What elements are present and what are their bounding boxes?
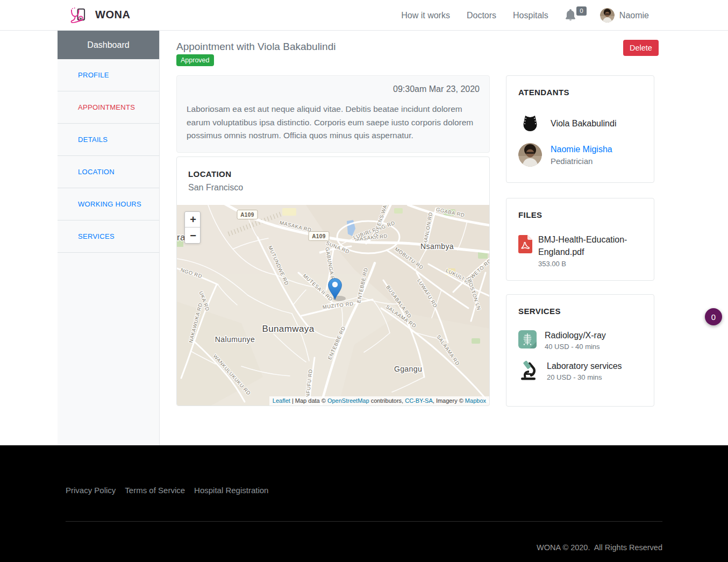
map-tiles: MASAKA RD MASAKA RD LUBIRI RING RD QUEEN… [177,205,489,406]
map-zoom-control: + − [184,211,201,244]
delete-button[interactable]: Delete [623,40,659,56]
notifications-button[interactable]: 0 [565,9,583,23]
attendant-profile-link[interactable]: Naomie Migisha [551,145,612,154]
wona-logo-icon [69,6,87,24]
file-name[interactable]: BMJ-Health-Education-England.pdf [538,233,630,258]
sidebar-item-services[interactable]: SERVICES [58,220,159,253]
attendants-heading: ATENDANTS [518,88,642,97]
map-place-ggangu: Ggangu [394,365,422,373]
route-shield-a109-1: A109 [237,210,258,219]
pdf-file-icon [518,235,532,268]
user-avatar [600,8,615,23]
file-item: BMJ-Health-Education-England.pdf 353.00 … [518,233,642,268]
service-name: Laboratory services [547,361,622,371]
sidebar-item-appointments[interactable]: APPOINTMENTS [58,91,159,124]
services-card: SERVICES Radiology/X-ray 40 USD - 40 min… [506,294,654,407]
map-place-nsambya: Nsambya [420,242,454,251]
location-value: San Francisco [188,183,478,193]
appointment-description: Laboriosam ea est aut neque aliquid vita… [187,103,480,143]
nav-doctors[interactable]: Doctors [467,11,496,20]
service-details: 40 USD - 40 mins [545,343,606,351]
license-link[interactable]: CC-BY-SA [405,397,433,404]
viola-avatar [518,112,542,136]
status-badge: Approved [176,54,214,66]
footer-divider [66,521,662,522]
brand-name: WONA [95,9,130,21]
service-name: Radiology/X-ray [545,331,606,340]
attendant-row-naomie: Naomie Migisha Pediatrician [518,143,642,167]
appointment-datetime: 09:30am Mar 23, 2020 [187,84,480,94]
sidebar-header: Dashboard [58,31,159,59]
attendants-card: ATENDANTS Viola Bakabulindi [506,75,654,183]
microscope-icon [518,359,539,383]
sidebar: Dashboard PROFILE APPOINTMENTS DETAILS L… [58,31,160,445]
sidebar-item-details[interactable]: DETAILS [58,124,159,156]
page-title: Appointment with Viola Bakabulindi [176,41,336,53]
mapbox-link[interactable]: Mapbox [465,397,486,404]
nav-how-it-works[interactable]: How it works [401,11,450,20]
service-item-radiology: Radiology/X-ray 40 USD - 40 mins [518,330,642,351]
footer-copyright: WONA © 2020. All Rights Reserved [537,543,662,552]
file-size: 353.00 B [538,260,630,268]
map-place-nalumunye: Nalumunye [215,335,255,344]
top-navbar: WONA How it works Doctors Hospitals 0 [0,0,728,31]
nav-hospitals[interactable]: Hospitals [513,11,548,20]
service-details: 20 USD - 30 mins [547,373,622,381]
user-menu[interactable]: Naomie [600,8,649,23]
route-shield-a109-2: A109 [309,232,329,241]
map-attribution: Leaflet | Map data © OpenStreetMap contr… [269,396,489,406]
brand-link[interactable]: WONA [69,6,130,24]
location-heading: LOCATION [188,169,478,179]
appointment-summary-card: 09:30am Mar 23, 2020 Laboriosam ea est a… [176,75,490,153]
location-card: LOCATION San Francisco [176,156,490,406]
attendant-avatar [518,143,542,167]
sidebar-item-profile[interactable]: PROFILE [58,59,159,91]
services-heading: SERVICES [518,307,642,316]
attendant-name: Viola Bakabulindi [551,119,616,129]
openstreetmap-link[interactable]: OpenStreetMap [327,397,369,404]
chat-widget-button[interactable]: 0 [705,308,722,325]
service-item-laboratory: Laboratory services 20 USD - 30 mins [518,359,642,383]
attendant-row-viola: Viola Bakabulindi [518,112,642,136]
svg-text:A109: A109 [312,233,326,239]
files-heading: FILES [518,210,642,219]
footer-link-privacy[interactable]: Privacy Policy [66,486,116,495]
footer-link-hospital-registration[interactable]: Hospital Registration [194,486,268,495]
user-name: Naomie [619,11,649,20]
sidebar-item-working-hours[interactable]: WORKING HOURS [58,188,159,220]
map-canvas[interactable]: MASAKA RD MASAKA RD LUBIRI RING RD QUEEN… [177,205,489,406]
svg-text:A109: A109 [240,212,254,218]
bell-icon [565,9,576,21]
footer-link-terms[interactable]: Terms of Service [125,486,185,495]
attendant-role: Pediatrician [551,156,612,166]
leaflet-link[interactable]: Leaflet [273,397,290,404]
map-place-bunamwaya: Bunamwaya [262,324,314,334]
xray-icon [518,330,537,351]
map-zoom-in-button[interactable]: + [185,212,201,227]
sidebar-item-location[interactable]: LOCATION [58,156,159,188]
footer: Privacy Policy Terms of Service Hospital… [0,445,728,562]
notification-count-badge: 0 [576,6,587,16]
files-card: FILES BMJ-Health-Education-England.pdf 3… [506,198,654,281]
map-zoom-out-button[interactable]: − [185,227,201,243]
